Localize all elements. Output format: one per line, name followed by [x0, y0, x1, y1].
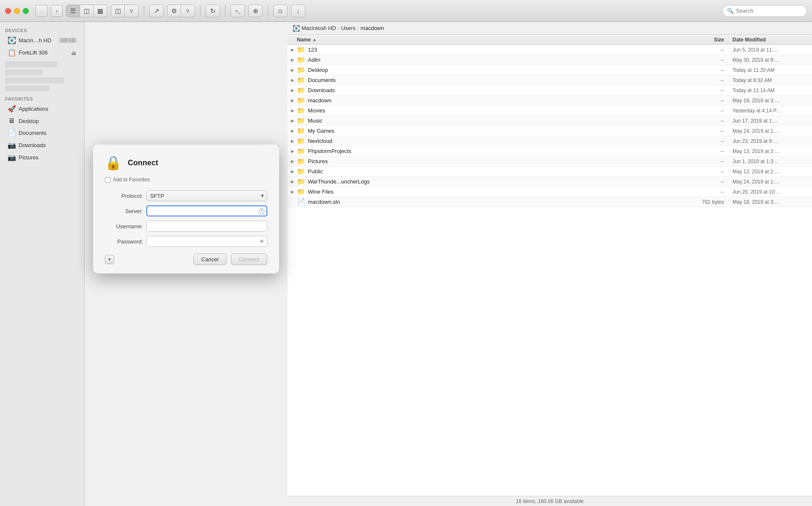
protocol-select[interactable]: SFTP: [146, 190, 267, 201]
row-expand-icon[interactable]: ▶: [291, 57, 297, 62]
row-expand-icon[interactable]: ▶: [291, 118, 297, 123]
sidebar-item-desktop[interactable]: 🖥 Desktop: [3, 115, 82, 126]
row-expand-icon[interactable]: ▶: [291, 159, 297, 164]
table-row[interactable]: ▶📁Wine Files--Jun 20, 2019 at 10:…: [288, 187, 812, 197]
row-expand-icon[interactable]: ▶: [291, 68, 297, 72]
table-row[interactable]: ▶📁Documents--Today at 8:32 AM: [288, 75, 812, 85]
row-expand-icon[interactable]: ▶: [291, 47, 297, 52]
file-icon: 📄: [297, 198, 305, 206]
size-column-header[interactable]: Size: [690, 37, 732, 43]
sidebar-item-downloads[interactable]: 📷 Downloads: [3, 139, 82, 151]
back-button[interactable]: ‹: [36, 5, 47, 17]
row-expand-icon[interactable]: ▶: [291, 179, 297, 184]
password-input[interactable]: [146, 236, 267, 247]
spring-button[interactable]: ↗: [150, 5, 163, 17]
file-name: WarThunde...uncherLogs: [308, 178, 690, 185]
search-box[interactable]: 🔍: [722, 5, 807, 17]
sidebar-item-label: Applications: [19, 106, 77, 112]
table-row[interactable]: ▶📁Downloads--Today at 11:14 AM: [288, 85, 812, 96]
table-row[interactable]: ▶📁macdown--May 18, 2019 at 3:…: [288, 96, 812, 106]
table-row[interactable]: ▶📁Movies--Yesterday at 4:14 P…: [288, 106, 812, 116]
view-dropdown-button[interactable]: ▿: [125, 5, 138, 17]
file-size: --: [690, 159, 732, 164]
folder-icon: 📁: [297, 137, 305, 145]
breadcrumb-label: Macintosh HD: [302, 25, 336, 31]
file-date: Today at 11:14 AM: [732, 88, 809, 93]
terminal-button[interactable]: >_: [231, 5, 244, 17]
grid-view-button[interactable]: ▦: [93, 5, 107, 17]
folder-icon: 📁: [297, 167, 305, 175]
sidebar-item-forklift[interactable]: 📋 ForkLift 306 ⏏: [3, 47, 82, 58]
table-row[interactable]: ▶📁Public--May 12, 2019 at 2:…: [288, 167, 812, 177]
action-button[interactable]: ⚙: [167, 5, 181, 17]
add-to-favorites-label: Add to Favorites: [113, 177, 150, 183]
new-tab-button[interactable]: ⊕: [249, 5, 262, 17]
table-row[interactable]: ▶📁123--Jun 5, 2019 at 11:…: [288, 45, 812, 55]
username-row: Username:: [105, 221, 267, 232]
file-name: Movies: [308, 107, 690, 114]
search-input[interactable]: [736, 8, 802, 14]
name-column-header[interactable]: Name ▲: [297, 37, 690, 43]
sidebar-item-documents[interactable]: 📄 Documents: [3, 127, 82, 139]
column-view-button[interactable]: ◫: [80, 5, 93, 17]
expand-button[interactable]: ▾: [105, 255, 114, 264]
folder-icon: 📁: [297, 147, 305, 155]
status-label: 16 items, 160.06 GB available: [516, 498, 584, 504]
row-expand-icon[interactable]: ▶: [291, 139, 297, 143]
clipboard-icon: 📋: [8, 49, 15, 57]
date-column-header[interactable]: Date Modified: [732, 37, 809, 43]
file-date: May 13, 2019 at 2:…: [732, 148, 809, 154]
breadcrumb-macdown[interactable]: macdown: [361, 25, 384, 31]
table-row[interactable]: ▶📁PhpstormProjects--May 13, 2019 at 2:…: [288, 146, 812, 156]
sync-button[interactable]: ↻: [206, 5, 219, 17]
row-expand-icon[interactable]: ▶: [291, 78, 297, 82]
action-dropdown-button[interactable]: ▿: [181, 5, 195, 17]
row-expand-icon[interactable]: ▶: [291, 129, 297, 133]
row-expand-icon[interactable]: ▶: [291, 88, 297, 93]
close-button[interactable]: [5, 8, 11, 14]
file-name: Public: [308, 168, 690, 175]
list-view-button[interactable]: ☰: [66, 5, 80, 17]
breadcrumb-macintosh-hd[interactable]: 💽 Macintosh HD: [293, 25, 336, 32]
add-to-favorites-checkbox[interactable]: [105, 177, 110, 183]
breadcrumb-users[interactable]: Users: [341, 25, 356, 31]
minimize-button[interactable]: [14, 8, 20, 14]
cancel-button[interactable]: Cancel: [193, 254, 226, 265]
row-expand-icon[interactable]: ▶: [291, 189, 297, 194]
table-row[interactable]: ▶📁WarThunde...uncherLogs--May 24, 2019 a…: [288, 177, 812, 187]
connect-button[interactable]: Connect: [231, 254, 267, 265]
sync-group: ↻: [206, 5, 220, 17]
show-password-icon[interactable]: 👁: [259, 238, 265, 245]
table-row[interactable]: ▶📁Adlm--May 30, 2019 at 9:…: [288, 55, 812, 65]
forward-button[interactable]: ›: [51, 5, 63, 17]
row-expand-icon[interactable]: ▶: [291, 169, 297, 174]
file-name: Pictures: [308, 158, 690, 164]
folder-icon: 📁: [297, 96, 305, 104]
row-expand-icon[interactable]: ▶: [291, 108, 297, 113]
table-row[interactable]: ▶📁Desktop--Today at 11:20 AM: [288, 65, 812, 75]
row-expand-icon[interactable]: ▶: [291, 149, 297, 153]
eject-icon[interactable]: ⏏: [71, 49, 77, 56]
row-expand-icon[interactable]: ▶: [291, 98, 297, 103]
folder-icon: 📁: [297, 66, 305, 74]
table-row[interactable]: ▶📁Pictures--Jun 1, 2019 at 1:3…: [288, 156, 812, 167]
username-field-wrap: [146, 221, 267, 232]
sidebar-item-label: ForkLift 306: [19, 49, 68, 56]
table-row[interactable]: 📄macdown.sln761 bytesMay 18, 2019 at 3:…: [288, 197, 812, 207]
table-row[interactable]: ▶📁Music--Jun 17, 2019 at 1:…: [288, 116, 812, 126]
server-input[interactable]: [146, 205, 267, 216]
table-row[interactable]: ▶📁My Games--May 24, 2019 at 1:…: [288, 126, 812, 136]
view-options-button[interactable]: ◫: [111, 5, 125, 17]
folder-icon: 📁: [297, 117, 305, 125]
table-row[interactable]: ▶📁Nextcloud--Jun 23, 2019 at 9:…: [288, 136, 812, 146]
breadcrumb-bar: 💽 Macintosh HD › Users › macdown: [288, 22, 812, 35]
sidebar-item-applications[interactable]: 🚀 Applications: [3, 103, 82, 115]
sidebar-item-pictures[interactable]: 📷 Pictures: [3, 152, 82, 163]
file-name: Music: [308, 118, 690, 124]
emoji-button[interactable]: ☺: [274, 5, 287, 17]
sidebar-item-macintosh-hd[interactable]: 💽 Macin…h HD 160 GB: [3, 35, 82, 46]
maximize-button[interactable]: [23, 8, 29, 14]
username-input[interactable]: [146, 221, 267, 232]
download-button[interactable]: ↓: [291, 5, 305, 17]
file-size: --: [690, 67, 732, 73]
